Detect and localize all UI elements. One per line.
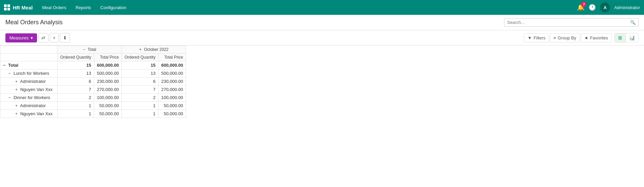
add-icon-button[interactable]: + — [50, 33, 59, 42]
notifications-button[interactable]: 🔔 7 — [577, 4, 584, 11]
row-total: − Total 15 600,000.00 15 600,000.00 — [0, 61, 186, 69]
total-total-price-oct: 600,000.00 — [158, 61, 186, 69]
row-total-label: − Total — [0, 61, 58, 69]
pivot-table: − Total + October 2022 Ordered Quantity … — [0, 45, 186, 118]
admin-lunch-ordered-qty-oct: 6 — [122, 77, 158, 86]
row-admin-dinner: + Administrator 1 50,000.00 1 50,000.00 — [0, 102, 186, 110]
logo-grid-icon — [4, 4, 10, 10]
filters-button[interactable]: ▼ Filters — [524, 33, 549, 42]
row-admin-lunch: + Administrator 6 230,000.00 6 230,000.0… — [0, 77, 186, 86]
group-by-label: Group By — [558, 35, 576, 40]
col-total-expand[interactable]: − — [83, 47, 85, 52]
dinner-expand-icon[interactable]: − — [8, 95, 11, 100]
total-ordered-qty-oct: 15 — [122, 61, 158, 69]
lunch-ordered-qty: 13 — [58, 69, 94, 77]
row-nguyen-dinner-label: + Nguyen Van Xxx — [0, 110, 58, 118]
row-admin-dinner-label: + Administrator — [0, 102, 58, 110]
admin-dinner-expand-icon[interactable]: + — [15, 103, 18, 108]
nguyen-lunch-ordered-qty: 7 — [58, 86, 94, 94]
admin-dinner-total-price-oct: 50,000.00 — [158, 102, 186, 110]
admin-lunch-total-price-oct: 230,000.00 — [158, 77, 186, 86]
download-icon-button[interactable]: ⬇ — [60, 33, 70, 42]
lunch-total-price-oct: 500,000.00 — [158, 69, 186, 77]
measures-button[interactable]: Measures ▾ — [5, 33, 37, 42]
dinner-total-price: 100,000.00 — [94, 94, 122, 102]
favorites-button[interactable]: ★ Favorites — [581, 33, 612, 42]
topnav-right: 🔔 7 🕐 A Administrator — [577, 2, 640, 12]
clock-icon[interactable]: 🕐 — [588, 4, 596, 11]
search-bar: 🔍 — [504, 18, 639, 27]
total-ordered-qty: 15 — [58, 61, 94, 69]
dinner-ordered-qty-oct: 2 — [122, 94, 158, 102]
search-icon[interactable]: 🔍 — [630, 20, 636, 25]
dinner-total-price-oct: 100,000.00 — [158, 94, 186, 102]
nguyen-lunch-ordered-qty-oct: 7 — [122, 86, 158, 94]
page-title: Meal Orders Analysis — [5, 19, 63, 26]
groupby-icon: ≡ — [553, 35, 556, 40]
total-price-header-2: Total Price — [158, 54, 186, 61]
toolbar-right: ▼ Filters ≡ Group By ★ Favorites ⊞ 📊 — [524, 33, 639, 42]
ordered-qty-header-1: Ordered Quantity — [58, 54, 94, 61]
nguyen-dinner-expand-icon[interactable]: + — [15, 111, 18, 116]
nav-meal-orders[interactable]: Meal Orders — [38, 3, 70, 12]
chart-view-button[interactable]: 📊 — [626, 33, 638, 42]
notif-badge: 7 — [581, 2, 586, 7]
admin-lunch-total-price: 230,000.00 — [94, 77, 122, 86]
lunch-ordered-qty-oct: 13 — [122, 69, 158, 77]
admin-dinner-total-price: 50,000.00 — [94, 102, 122, 110]
row-lunch: − Lunch for Workers 13 500,000.00 13 500… — [0, 69, 186, 77]
admin-lunch-ordered-qty: 6 — [58, 77, 94, 86]
app-name: HR Meal — [13, 5, 33, 10]
avatar[interactable]: A — [600, 2, 610, 12]
row-dinner: − Dinner for Workers 2 100,000.00 2 100,… — [0, 94, 186, 102]
nguyen-lunch-expand-icon[interactable]: + — [15, 87, 18, 92]
nguyen-dinner-total-price-oct: 50,000.00 — [158, 110, 186, 118]
nav-reports[interactable]: Reports — [72, 3, 95, 12]
dinner-ordered-qty: 2 — [58, 94, 94, 102]
row-nguyen-dinner: + Nguyen Van Xxx 1 50,000.00 1 50,000.00 — [0, 110, 186, 118]
col-header-total-row: − Total + October 2022 — [0, 46, 186, 54]
measure-header-row: Ordered Quantity Total Price Ordered Qua… — [0, 54, 186, 61]
measures-label: Measures — [9, 35, 29, 40]
group-by-button[interactable]: ≡ Group By — [550, 33, 580, 42]
admin-name[interactable]: Administrator — [614, 5, 640, 10]
total-price-header-1: Total Price — [94, 54, 122, 61]
star-icon: ★ — [584, 35, 588, 40]
pivot-area: − Total + October 2022 Ordered Quantity … — [0, 45, 644, 118]
measures-dropdown-icon: ▾ — [31, 35, 33, 40]
adjust-icon-button[interactable]: ⇄ — [38, 33, 48, 42]
row-nguyen-lunch-label: + Nguyen Van Xxx — [0, 86, 58, 94]
col-oct-expand[interactable]: + — [139, 47, 142, 52]
lunch-expand-icon[interactable]: − — [8, 71, 11, 76]
col-total-header: − Total — [58, 46, 122, 54]
title-bar: Meal Orders Analysis 🔍 — [0, 15, 644, 30]
nguyen-lunch-total-price: 270,000.00 — [94, 86, 122, 94]
search-input[interactable] — [507, 20, 630, 25]
total-expand-icon[interactable]: − — [3, 63, 6, 68]
row-dinner-label: − Dinner for Workers — [0, 94, 58, 102]
lunch-total-price: 500,000.00 — [94, 69, 122, 77]
favorites-label: Favorites — [590, 35, 608, 40]
row-nguyen-lunch: + Nguyen Van Xxx 7 270,000.00 7 270,000.… — [0, 86, 186, 94]
nguyen-lunch-total-price-oct: 270,000.00 — [158, 86, 186, 94]
nguyen-dinner-ordered-qty-oct: 1 — [122, 110, 158, 118]
nav-configuration[interactable]: Configuration — [96, 3, 130, 12]
app-logo[interactable]: HR Meal — [4, 4, 33, 10]
filter-icon: ▼ — [528, 35, 532, 40]
filters-label: Filters — [534, 35, 545, 40]
page-content: Meal Orders Analysis 🔍 Measures ▾ ⇄ + ⬇ … — [0, 15, 644, 187]
admin-dinner-ordered-qty: 1 — [58, 102, 94, 110]
admin-lunch-expand-icon[interactable]: + — [15, 79, 18, 84]
nguyen-dinner-ordered-qty: 1 — [58, 110, 94, 118]
toolbar: Measures ▾ ⇄ + ⬇ ▼ Filters ≡ Group By ★ … — [0, 30, 644, 45]
nav-menu: Meal Orders Reports Configuration — [38, 3, 577, 12]
filter-group: ▼ Filters ≡ Group By ★ Favorites — [524, 33, 612, 42]
total-total-price: 600,000.00 — [94, 61, 122, 69]
view-toggle: ⊞ 📊 — [614, 33, 639, 42]
topnav: HR Meal Meal Orders Reports Configuratio… — [0, 0, 644, 15]
col-october-header: + October 2022 — [122, 46, 186, 54]
toolbar-left: Measures ▾ ⇄ + ⬇ — [5, 33, 70, 42]
admin-dinner-ordered-qty-oct: 1 — [122, 102, 158, 110]
grid-view-button[interactable]: ⊞ — [615, 33, 626, 42]
row-lunch-label: − Lunch for Workers — [0, 69, 58, 77]
